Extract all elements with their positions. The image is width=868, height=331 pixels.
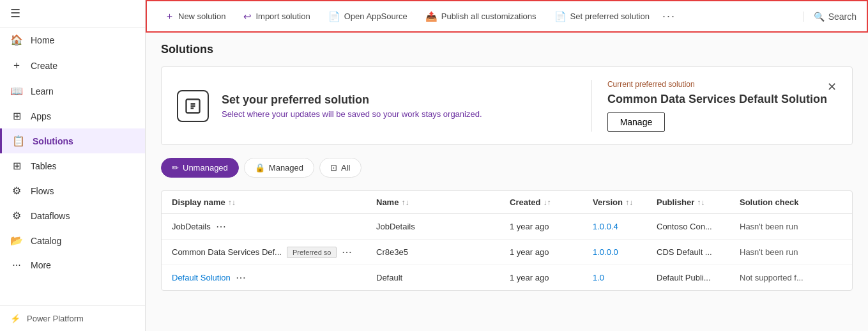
banner-divider (591, 80, 592, 132)
col-created[interactable]: Created ↓↑ (510, 197, 593, 207)
row-2-name-cell: Common Data Services Def... Preferred so… (172, 246, 376, 258)
search-label: Search (828, 12, 857, 22)
sidebar-item-power-platform[interactable]: ⚡ Power Platform (0, 306, 145, 331)
row-1-name-cell: JobDetails ⋯ (172, 220, 376, 233)
sidebar-item-create[interactable]: ＋ Create (0, 52, 145, 79)
sidebar-bottom: ⚡ Power Platform (0, 305, 145, 331)
banner-left: Set your preferred solution Select where… (177, 90, 576, 122)
import-solution-button[interactable]: ↩ Import solution (236, 7, 317, 26)
row-3-created: 1 year ago (510, 273, 593, 282)
import-solution-label: Import solution (255, 12, 310, 21)
manage-button[interactable]: Manage (607, 112, 665, 132)
row-3-publisher: Default Publi... (657, 273, 740, 282)
row-2-publisher: CDS Default ... (657, 247, 740, 257)
row-3-display-name[interactable]: Default Solution (172, 273, 231, 282)
power-platform-label: Power Platform (27, 314, 84, 323)
more-icon: ··· (10, 259, 23, 271)
sidebar-item-apps[interactable]: ⊞ Apps (0, 104, 145, 128)
sidebar-item-catalog[interactable]: 📂 Catalog (0, 228, 145, 253)
row-2-display-name[interactable]: Common Data Services Def... (172, 247, 282, 257)
sidebar-item-home[interactable]: 🏠 Home (0, 27, 145, 52)
row-1-name: JobDetails (376, 222, 510, 231)
row-2-solution-check: Hasn't been run (740, 247, 842, 257)
page-title: Solutions (161, 43, 853, 56)
new-solution-label: New solution (178, 12, 225, 21)
col-name-label: Name (376, 197, 399, 207)
sidebar-item-more-label: More (31, 260, 51, 270)
solutions-icon: 📋 (12, 135, 25, 147)
banner-title: Set your preferred solution (222, 93, 482, 107)
publish-icon: 📤 (425, 11, 438, 22)
import-icon: ↩ (243, 11, 252, 22)
col-publisher-sort-icon: ↑↓ (697, 198, 704, 207)
tab-all[interactable]: ⊡ All (319, 158, 361, 178)
sidebar-item-more[interactable]: ··· More (0, 253, 145, 277)
sidebar-item-dataflows-label: Dataflows (31, 211, 70, 221)
sidebar-item-solutions[interactable]: 📋 Solutions (0, 128, 145, 153)
col-publisher-label: Publisher (657, 197, 694, 207)
current-preferred-label: Current preferred solution (607, 80, 827, 89)
col-version[interactable]: Version ↑↓ (593, 197, 657, 207)
row-3-solution-check: Not supported f... (740, 273, 842, 282)
new-solution-icon: ＋ (165, 10, 174, 22)
banner-icon (177, 90, 209, 122)
close-banner-button[interactable]: ✕ (827, 80, 837, 94)
col-name[interactable]: Name ↑↓ (376, 197, 510, 207)
row-3-more-button[interactable]: ⋯ (236, 272, 247, 284)
row-2-more-button[interactable]: ⋯ (342, 246, 353, 258)
tab-managed[interactable]: 🔒 Managed (244, 158, 314, 178)
power-platform-icon: ⚡ (10, 314, 20, 323)
publish-all-label: Publish all customizations (441, 12, 537, 21)
col-created-label: Created (510, 197, 540, 207)
publish-all-button[interactable]: 📤 Publish all customizations (418, 7, 544, 26)
sidebar-item-flows[interactable]: ⚙ Flows (0, 178, 145, 203)
toolbar-more-button[interactable]: ··· (662, 10, 676, 23)
sidebar-item-learn-label: Learn (31, 86, 54, 96)
table-row: Default Solution ⋯ Default 1 year ago 1.… (162, 265, 852, 290)
col-version-sort-icon: ↑↓ (625, 198, 633, 207)
managed-icon: 🔒 (255, 163, 265, 173)
toolbar-search[interactable]: 🔍 Search (803, 12, 857, 22)
dataflows-icon: ⚙ (10, 210, 23, 222)
sidebar-item-tables[interactable]: ⊞ Tables (0, 153, 145, 178)
banner-text: Set your preferred solution Select where… (222, 93, 482, 119)
row-2-name: Cr8e3e5 (376, 247, 510, 257)
catalog-icon: 📂 (10, 235, 23, 247)
tab-unmanaged[interactable]: ✏ Unmanaged (161, 158, 239, 178)
open-appsource-button[interactable]: 📄 Open AppSource (321, 7, 415, 26)
col-version-label: Version (593, 197, 623, 207)
row-3-name: Default (376, 273, 510, 282)
set-preferred-button[interactable]: 📄 Set preferred solution (547, 7, 657, 26)
sidebar-item-create-label: Create (31, 61, 57, 71)
all-icon: ⊡ (330, 163, 337, 173)
sidebar-item-learn[interactable]: 📖 Learn (0, 79, 145, 104)
main-content: ＋ New solution ↩ Import solution 📄 Open … (146, 0, 868, 331)
row-3-version[interactable]: 1.0 (593, 273, 657, 282)
banner-right: Current preferred solution Common Data S… (607, 80, 827, 132)
search-icon: 🔍 (814, 12, 825, 22)
toolbar: ＋ New solution ↩ Import solution 📄 Open … (146, 0, 868, 33)
sidebar-item-home-label: Home (31, 35, 54, 45)
sidebar-item-solutions-label: Solutions (33, 136, 73, 146)
row-2-version[interactable]: 1.0.0.0 (593, 247, 657, 257)
row-2-created: 1 year ago (510, 247, 593, 257)
current-preferred-title: Common Data Services Default Solution (607, 93, 827, 106)
row-1-display-name[interactable]: JobDetails (172, 222, 211, 231)
col-display-name-label: Display name (172, 197, 225, 207)
new-solution-button[interactable]: ＋ New solution (157, 6, 233, 26)
table-row: Common Data Services Def... Preferred so… (162, 240, 852, 265)
preferred-solution-banner: Set your preferred solution Select where… (161, 66, 853, 145)
unmanaged-icon: ✏ (172, 163, 179, 173)
col-solution-check: Solution check (740, 197, 842, 207)
row-1-more-button[interactable]: ⋯ (216, 220, 227, 233)
home-icon: 🏠 (10, 34, 23, 46)
row-1-version[interactable]: 1.0.0.4 (593, 222, 657, 231)
sidebar-item-dataflows[interactable]: ⚙ Dataflows (0, 203, 145, 228)
menu-toggle-button[interactable]: ☰ (10, 6, 20, 20)
tab-all-label: All (341, 163, 350, 173)
col-publisher[interactable]: Publisher ↑↓ (657, 197, 740, 207)
tables-icon: ⊞ (10, 160, 23, 172)
col-display-name[interactable]: Display name ↑↓ (172, 197, 376, 207)
table-row: JobDetails ⋯ JobDetails 1 year ago 1.0.0… (162, 214, 852, 240)
flows-icon: ⚙ (10, 185, 23, 197)
